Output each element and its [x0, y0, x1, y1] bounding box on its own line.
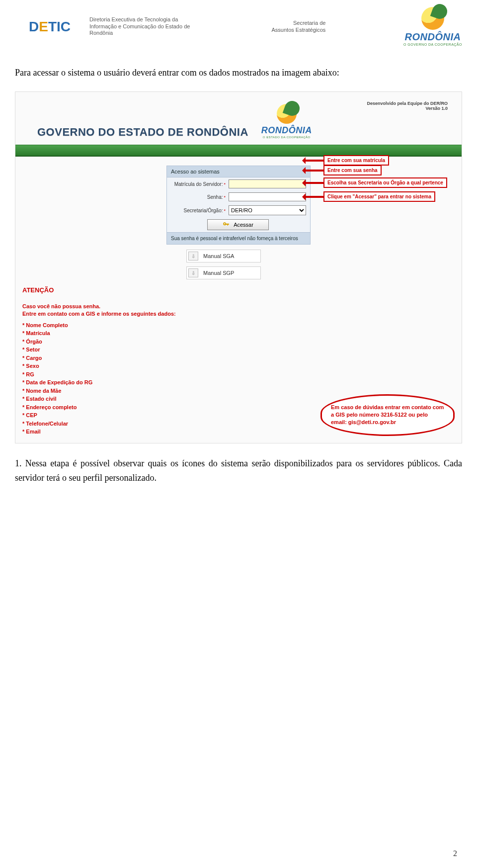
- tip-label: Clique em "Acessar" para entrar no siste…: [323, 191, 435, 202]
- tip-label: Entre com sua matricula: [323, 155, 389, 166]
- manual-sga-button[interactable]: ⇩ Manual SGA: [186, 250, 261, 262]
- sae-subtitle: Secretaria de Assuntos Estratégicos: [272, 20, 326, 34]
- label-secretaria-text: Secretaria/Órgão:: [184, 208, 223, 213]
- key-icon: [223, 221, 230, 228]
- atencao-item: * Cargo: [22, 354, 462, 362]
- rondonia-word: RONDÔNIA: [405, 31, 461, 43]
- login-screenshot: Desenvolvido pela Equipe do DER/RO Versã…: [15, 91, 462, 443]
- tip-label: Escolha sua Secretaria ou Órgão a qual p…: [323, 177, 447, 188]
- login-panel-footer: Sua senha é pessoal e intraferivel não f…: [167, 232, 310, 244]
- detic-logo: DETIC: [15, 12, 84, 41]
- atencao-item: * Data de Expedição do RG: [22, 378, 462, 387]
- note-paragraph: 1. Nessa etapa é possível observar quais…: [15, 456, 462, 485]
- sae-line2: Assuntos Estratégicos: [272, 27, 326, 33]
- atencao-sub2: Entre em contato com a GIS e informe os …: [22, 310, 462, 318]
- arrow-icon: [304, 170, 323, 172]
- acessar-label: Acessar: [234, 222, 253, 228]
- intro-paragraph: Para acessar o sistema o usuário deverá …: [15, 66, 462, 80]
- senha-input[interactable]: [229, 192, 306, 201]
- login-panel: Acesso ao sistemas Matrícula do Servidor…: [166, 166, 311, 245]
- label-senha-text: Senha:: [207, 194, 223, 200]
- atencao-item: * Matrícula: [22, 329, 462, 338]
- row-acessar: Acessar: [167, 217, 310, 232]
- arrow-icon: [304, 182, 323, 184]
- manual-sga-label: Manual SGA: [203, 253, 234, 259]
- tip-matricula: Entre com sua matricula: [304, 155, 389, 166]
- rondonia-emblem-icon: [421, 7, 444, 30]
- page-number: 2: [453, 849, 457, 858]
- header-left: DETIC Diretoria Executiva de Tecnologia …: [15, 12, 194, 41]
- contact-oval: Em caso de dúvidas entrar em contato com…: [320, 394, 455, 436]
- row-matricula: Matrícula do Servidor:*: [167, 177, 310, 190]
- header-right: RONDÔNIA O GOVERNO DA COOPERAÇÃO: [403, 7, 462, 46]
- atencao-item: * Sexo: [22, 362, 462, 370]
- header-middle: Secretaria de Assuntos Estratégicos: [272, 20, 326, 34]
- arrow-icon: [304, 160, 323, 162]
- tip-label: Entre com sua senha: [323, 165, 382, 175]
- atencao-item: * Nome da Mãe: [22, 387, 462, 395]
- detic-subtitle: Diretoria Executiva de Tecnologia da Inf…: [89, 16, 194, 37]
- rondonia-tagline: O GOVERNO DA COOPERAÇÃO: [403, 43, 462, 46]
- app-rondonia-tag: O ESTADO DA COOPERAÇÃO: [263, 136, 311, 139]
- atencao-item: * Setor: [22, 346, 462, 354]
- gov-title: GOVERNO DO ESTADO DE RONDÔNIA: [37, 126, 248, 139]
- manual-sgp-label: Manual SGP: [203, 270, 234, 276]
- required-icon: *: [224, 195, 226, 200]
- sae-line1: Secretaria de: [293, 20, 325, 26]
- label-senha: Senha:*: [170, 194, 226, 200]
- app-rondonia-word: RONDÔNIA: [261, 125, 312, 136]
- acessar-button[interactable]: Acessar: [207, 219, 269, 230]
- manual-sgp-button[interactable]: ⇩ Manual SGP: [186, 266, 261, 279]
- document-icon: ⇩: [188, 252, 198, 260]
- app-rondonia-logo: RONDÔNIA O ESTADO DA COOPERAÇÃO: [261, 104, 312, 139]
- login-panel-title: Acesso ao sistemas: [167, 166, 310, 177]
- atencao-item: * Órgão: [22, 338, 462, 346]
- row-secretaria: Secretaria/Órgão:* DER/RO: [167, 203, 310, 217]
- tip-senha: Entre com sua senha: [304, 165, 382, 175]
- required-icon: *: [224, 182, 226, 187]
- tip-acessar: Clique em "Acessar" para entrar no siste…: [304, 191, 435, 202]
- required-icon: *: [224, 208, 226, 213]
- document-icon: ⇩: [188, 268, 198, 277]
- manual-block: ⇩ Manual SGA ⇩ Manual SGP: [166, 250, 311, 279]
- atencao-title: ATENÇÃO: [22, 286, 462, 294]
- secretaria-select[interactable]: DER/RO: [229, 205, 306, 215]
- rondonia-logo: RONDÔNIA O GOVERNO DA COOPERAÇÃO: [403, 7, 462, 46]
- atencao-item: * RG: [22, 370, 462, 379]
- arrow-icon: [304, 196, 323, 198]
- label-matricula: Matrícula do Servidor:*: [170, 181, 226, 187]
- tip-secretaria: Escolha sua Secretaria ou Órgão a qual p…: [304, 177, 447, 188]
- row-senha: Senha:*: [167, 190, 310, 203]
- label-matricula-text: Matrícula do Servidor:: [174, 181, 223, 187]
- atencao-sub1: Caso você não possua senha.: [22, 303, 462, 310]
- app-header: GOVERNO DO ESTADO DE RONDÔNIA RONDÔNIA O…: [15, 92, 462, 145]
- matricula-input[interactable]: [229, 179, 306, 188]
- document-header: DETIC Diretoria Executiva de Tecnologia …: [15, 7, 462, 46]
- label-secretaria: Secretaria/Órgão:*: [170, 208, 226, 213]
- rondonia-emblem-icon: [277, 104, 297, 124]
- green-bar: [15, 145, 462, 157]
- atencao-item: * Nome Completo: [22, 321, 462, 330]
